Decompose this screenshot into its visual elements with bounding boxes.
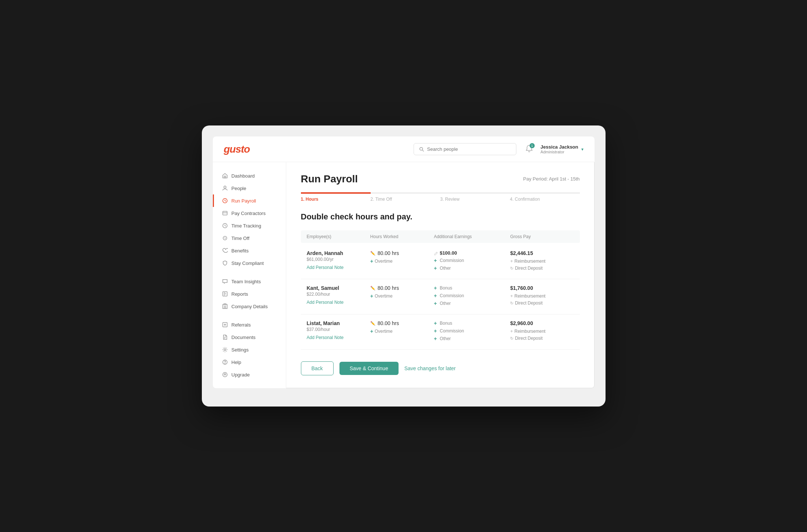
save-continue-button[interactable]: Save & Continue bbox=[339, 362, 399, 375]
add-other-2[interactable]: + Other bbox=[434, 336, 510, 342]
time-off-icon bbox=[222, 235, 228, 241]
plus-other-0: + bbox=[434, 265, 437, 271]
add-other-0[interactable]: + Other bbox=[434, 265, 510, 271]
employee-name-1: Kant, Samuel bbox=[307, 285, 370, 291]
reports-icon bbox=[222, 291, 228, 297]
sidebar-item-time-tracking[interactable]: Time Tracking bbox=[213, 219, 286, 232]
progress-bar-confirmation bbox=[510, 192, 580, 194]
earnings-cell-0: $100.00 + Commission + Other bbox=[434, 250, 510, 273]
help-icon bbox=[222, 359, 228, 365]
plus-commission-1: + bbox=[434, 293, 437, 299]
add-other-1[interactable]: + Other bbox=[434, 300, 510, 306]
sidebar-item-team-insights[interactable]: Team Insights bbox=[213, 275, 286, 288]
back-button[interactable]: Back bbox=[301, 361, 334, 375]
gross-reimbursement-0[interactable]: + Reimbursement bbox=[510, 258, 574, 264]
sidebar-item-help[interactable]: Help bbox=[213, 356, 286, 368]
hours-cell-2: ✏️ 80.00 hrs + Overtime bbox=[370, 320, 434, 334]
chat-icon bbox=[222, 278, 228, 284]
add-bonus-1[interactable]: + Bonus bbox=[434, 285, 510, 291]
person-icon bbox=[222, 185, 228, 191]
shield-icon bbox=[222, 260, 228, 266]
plus-icon-overtime-2: + bbox=[370, 328, 373, 334]
sidebar-item-benefits[interactable]: Benefits bbox=[213, 244, 286, 257]
step-timeoff: 2. Time Off bbox=[371, 192, 440, 202]
progress-track: 1. Hours 2. Time Off 3. Review 4. Confir… bbox=[301, 192, 580, 202]
sidebar-item-dashboard[interactable]: Dashboard bbox=[213, 170, 286, 182]
employee-cell-0: Arden, Hannah $61,000.00/yr Add Personal… bbox=[307, 250, 370, 270]
search-input[interactable] bbox=[427, 146, 511, 152]
sidebar-item-settings[interactable]: Settings bbox=[213, 343, 286, 356]
employee-note-2[interactable]: Add Personal Note bbox=[307, 335, 370, 340]
employee-name-0: Arden, Hannah bbox=[307, 250, 370, 256]
search-icon bbox=[419, 147, 424, 152]
document-icon bbox=[222, 334, 228, 340]
table-row: Kant, Samuel $22.00/hour Add Personal No… bbox=[301, 279, 580, 314]
gross-amount-0: $2,446.15 bbox=[510, 250, 574, 256]
gear-icon bbox=[222, 347, 228, 353]
clock-icon bbox=[222, 223, 228, 229]
gross-amount-1: $1,760.00 bbox=[510, 285, 574, 291]
sidebar-item-run-payroll[interactable]: Run Payroll bbox=[213, 194, 286, 207]
plus-reimbursement-2: + bbox=[510, 328, 513, 334]
plus-bonus-2: + bbox=[434, 320, 437, 326]
sidebar-item-reports[interactable]: Reports bbox=[213, 288, 286, 300]
edit-earning-icon-0 bbox=[434, 251, 438, 255]
plus-reimbursement-1: + bbox=[510, 293, 513, 299]
employee-note-1[interactable]: Add Personal Note bbox=[307, 300, 370, 305]
employee-name-2: Listat, Marian bbox=[307, 320, 370, 326]
sidebar-item-stay-compliant[interactable]: Stay Compliant bbox=[213, 257, 286, 269]
plus-commission-2: + bbox=[434, 328, 437, 334]
add-commission-2[interactable]: + Commission bbox=[434, 328, 510, 334]
search-box[interactable] bbox=[414, 143, 516, 155]
table-header: Employee(s) Hours Worked Additional Earn… bbox=[301, 230, 580, 243]
step-hours: 1. Hours bbox=[301, 192, 371, 202]
svg-point-3 bbox=[224, 186, 226, 188]
notification-button[interactable]: 1 bbox=[524, 143, 535, 155]
chevron-down-icon: ▾ bbox=[581, 147, 584, 152]
add-overtime-0[interactable]: + Overtime bbox=[370, 258, 434, 264]
sidebar-item-referrals[interactable]: Referrals bbox=[213, 318, 286, 331]
progress-bar-review bbox=[440, 192, 510, 194]
overtime-label-1: Overtime bbox=[375, 294, 393, 299]
step-review-label: 3. Review bbox=[440, 197, 510, 202]
home-icon bbox=[222, 173, 228, 179]
table-row: Listat, Marian $37.00/hour Add Personal … bbox=[301, 314, 580, 350]
earning-main-0: $100.00 bbox=[434, 250, 510, 256]
contractors-icon bbox=[222, 210, 228, 216]
add-overtime-1[interactable]: + Overtime bbox=[370, 293, 434, 299]
edit-icon-2[interactable]: ✏️ bbox=[370, 321, 375, 326]
hours-main-0: ✏️ 80.00 hrs bbox=[370, 250, 434, 256]
sidebar-item-upgrade[interactable]: Upgrade bbox=[213, 368, 286, 381]
hours-value-1: 80.00 hrs bbox=[378, 285, 399, 291]
gross-reimbursement-1[interactable]: + Reimbursement bbox=[510, 293, 574, 299]
svg-point-12 bbox=[225, 364, 225, 364]
logo: gusto bbox=[224, 143, 414, 155]
col-employees: Employee(s) bbox=[307, 234, 370, 239]
gross-reimbursement-2[interactable]: + Reimbursement bbox=[510, 328, 574, 334]
add-bonus-2[interactable]: + Bonus bbox=[434, 320, 510, 326]
svg-line-1 bbox=[422, 150, 424, 151]
main-content: Run Payroll Pay Period: April 1st - 15th… bbox=[286, 162, 595, 388]
employee-rate-1: $22.00/hour bbox=[307, 292, 370, 297]
progress-bar-timeoff bbox=[371, 192, 440, 194]
edit-icon-1[interactable]: ✏️ bbox=[370, 286, 375, 291]
plus-reimbursement-0: + bbox=[510, 258, 513, 264]
sidebar-item-people[interactable]: People bbox=[213, 182, 286, 194]
employee-note-0[interactable]: Add Personal Note bbox=[307, 265, 370, 270]
sidebar-item-documents[interactable]: Documents bbox=[213, 331, 286, 343]
edit-icon-0[interactable]: ✏️ bbox=[370, 251, 375, 256]
hours-value-0: 80.00 hrs bbox=[378, 250, 399, 256]
employee-rate-2: $37.00/hour bbox=[307, 327, 370, 332]
save-later-button[interactable]: Save changes for later bbox=[404, 365, 456, 371]
payroll-icon bbox=[222, 198, 228, 204]
heart-icon bbox=[222, 248, 228, 254]
sidebar-item-company-details[interactable]: Company Details bbox=[213, 300, 286, 313]
svg-point-10 bbox=[224, 349, 226, 351]
sidebar-item-pay-contractors[interactable]: Pay Contractors bbox=[213, 207, 286, 219]
add-commission-1[interactable]: + Commission bbox=[434, 293, 510, 299]
sidebar-item-time-off[interactable]: Time Off bbox=[213, 232, 286, 244]
add-commission-0[interactable]: + Commission bbox=[434, 258, 510, 263]
add-overtime-2[interactable]: + Overtime bbox=[370, 328, 434, 334]
gross-cell-2: $2,960.00 + Reimbursement ↻ Direct Depos… bbox=[510, 320, 574, 343]
user-info[interactable]: Jessica Jackson Administrator ▾ bbox=[541, 144, 584, 154]
